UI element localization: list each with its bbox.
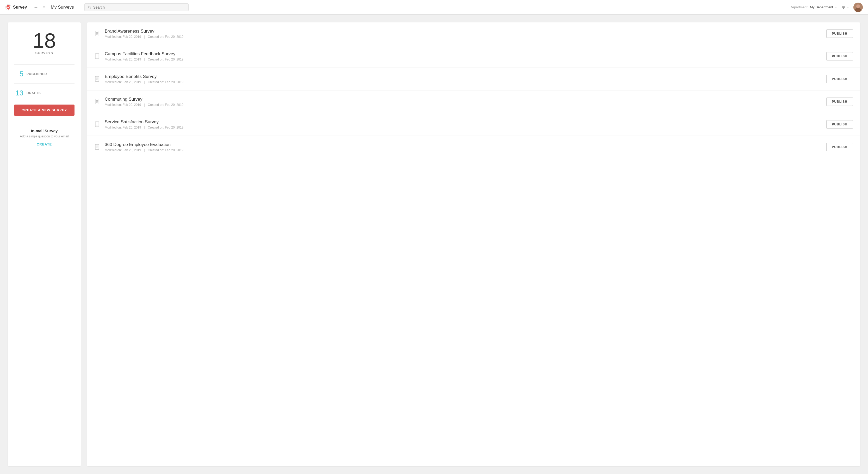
survey-name: Service Satisfaction Survey bbox=[105, 119, 822, 125]
survey-modified: Modified on: Feb 20, 2019 bbox=[105, 126, 141, 129]
department-value[interactable]: My Department bbox=[810, 5, 833, 9]
inmail-create-link[interactable]: CREATE bbox=[37, 142, 52, 146]
survey-doc-icon bbox=[94, 144, 100, 150]
logo-icon bbox=[5, 4, 11, 10]
survey-name: Brand Awareness Survey bbox=[105, 29, 822, 34]
top-navigation: Survey + ≡ My Surveys Department: My Dep… bbox=[0, 0, 868, 14]
sidebar: 18 SURVEYS 5 PUBLISHED 13 DRAFTS CREATE … bbox=[8, 23, 81, 466]
survey-item: Campus Facilities Feedback Survey Modifi… bbox=[87, 45, 860, 68]
app-logo: Survey bbox=[5, 4, 27, 10]
main-content: 18 SURVEYS 5 PUBLISHED 13 DRAFTS CREATE … bbox=[0, 14, 868, 474]
survey-modified: Modified on: Feb 20, 2019 bbox=[105, 58, 141, 61]
total-surveys-label: SURVEYS bbox=[35, 51, 53, 55]
survey-doc-icon bbox=[94, 76, 100, 82]
create-survey-button[interactable]: CREATE A NEW SURVEY bbox=[14, 105, 74, 116]
department-label: Department: bbox=[790, 5, 809, 9]
publish-button[interactable]: PUBLISH bbox=[826, 29, 853, 38]
survey-created: Created on: Feb 20, 2019 bbox=[148, 80, 183, 84]
survey-created: Created on: Feb 20, 2019 bbox=[148, 35, 183, 38]
survey-item: Employee Benefits Survey Modified on: Fe… bbox=[87, 68, 860, 90]
meta-separator: | bbox=[144, 103, 145, 107]
survey-name: 360 Degree Employee Evaluation bbox=[105, 142, 822, 147]
divider-2 bbox=[14, 83, 74, 84]
survey-created: Created on: Feb 20, 2019 bbox=[148, 58, 183, 61]
survey-doc-icon bbox=[94, 54, 100, 59]
page-title: My Surveys bbox=[51, 5, 74, 10]
survey-item: Commuting Survey Modified on: Feb 20, 20… bbox=[87, 90, 860, 113]
search-icon bbox=[88, 5, 91, 9]
survey-info: Campus Facilities Feedback Survey Modifi… bbox=[105, 51, 822, 61]
publish-button[interactable]: PUBLISH bbox=[826, 97, 853, 106]
meta-separator: | bbox=[144, 35, 145, 38]
publish-button[interactable]: PUBLISH bbox=[826, 75, 853, 83]
user-avatar[interactable] bbox=[854, 3, 863, 12]
meta-separator: | bbox=[144, 126, 145, 129]
published-stat: 5 PUBLISHED bbox=[14, 68, 74, 80]
survey-item: Brand Awareness Survey Modified on: Feb … bbox=[87, 23, 860, 45]
survey-created: Created on: Feb 20, 2019 bbox=[148, 148, 183, 152]
drafts-label: DRAFTS bbox=[27, 91, 41, 95]
survey-modified: Modified on: Feb 20, 2019 bbox=[105, 35, 141, 38]
survey-meta: Modified on: Feb 20, 2019 | Created on: … bbox=[105, 148, 822, 152]
publish-button[interactable]: PUBLISH bbox=[826, 120, 853, 128]
survey-info: Commuting Survey Modified on: Feb 20, 20… bbox=[105, 97, 822, 107]
inmail-title: In-mail Survey bbox=[14, 128, 74, 133]
inmail-description: Add a single question to your email bbox=[14, 135, 74, 138]
publish-button[interactable]: PUBLISH bbox=[826, 52, 853, 60]
survey-item: Service Satisfaction Survey Modified on:… bbox=[87, 113, 860, 136]
svg-line-2 bbox=[90, 8, 91, 8]
survey-doc-icon bbox=[94, 99, 100, 105]
survey-meta: Modified on: Feb 20, 2019 | Created on: … bbox=[105, 58, 822, 61]
divider-1 bbox=[14, 64, 74, 65]
department-selector: Department: My Department bbox=[790, 5, 837, 9]
survey-name: Campus Facilities Feedback Survey bbox=[105, 51, 822, 57]
list-view-button[interactable]: ≡ bbox=[41, 3, 48, 11]
survey-info: Brand Awareness Survey Modified on: Feb … bbox=[105, 29, 822, 38]
chevron-down-icon bbox=[835, 6, 837, 9]
survey-list: Brand Awareness Survey Modified on: Feb … bbox=[87, 23, 860, 466]
divider-3 bbox=[14, 121, 74, 121]
meta-separator: | bbox=[144, 80, 145, 84]
survey-name: Employee Benefits Survey bbox=[105, 74, 822, 79]
survey-name: Commuting Survey bbox=[105, 97, 822, 102]
inmail-section: In-mail Survey Add a single question to … bbox=[14, 125, 74, 147]
survey-info: Service Satisfaction Survey Modified on:… bbox=[105, 119, 822, 129]
survey-item: 360 Degree Employee Evaluation Modified … bbox=[87, 136, 860, 158]
svg-point-7 bbox=[856, 4, 860, 8]
app-name: Survey bbox=[13, 5, 27, 10]
drafts-stat: 13 DRAFTS bbox=[14, 87, 74, 99]
filter-button[interactable] bbox=[841, 5, 849, 9]
search-input[interactable] bbox=[93, 5, 185, 9]
total-surveys-count: 18 bbox=[33, 30, 56, 51]
survey-created: Created on: Feb 20, 2019 bbox=[148, 103, 183, 107]
survey-meta: Modified on: Feb 20, 2019 | Created on: … bbox=[105, 103, 822, 107]
survey-modified: Modified on: Feb 20, 2019 bbox=[105, 80, 141, 84]
survey-meta: Modified on: Feb 20, 2019 | Created on: … bbox=[105, 126, 822, 129]
survey-modified: Modified on: Feb 20, 2019 bbox=[105, 103, 141, 107]
survey-created: Created on: Feb 20, 2019 bbox=[148, 126, 183, 129]
publish-button[interactable]: PUBLISH bbox=[826, 143, 853, 151]
drafts-count: 13 bbox=[14, 89, 24, 97]
meta-separator: | bbox=[144, 148, 145, 152]
filter-icon bbox=[841, 5, 846, 9]
meta-separator: | bbox=[144, 58, 145, 61]
avatar-image bbox=[854, 3, 863, 12]
search-bar bbox=[84, 3, 189, 11]
survey-doc-icon bbox=[94, 121, 100, 127]
published-label: PUBLISHED bbox=[27, 72, 47, 76]
survey-info: 360 Degree Employee Evaluation Modified … bbox=[105, 142, 822, 152]
published-count: 5 bbox=[14, 70, 24, 78]
survey-doc-icon bbox=[94, 31, 100, 36]
survey-modified: Modified on: Feb 20, 2019 bbox=[105, 148, 141, 152]
survey-meta: Modified on: Feb 20, 2019 | Created on: … bbox=[105, 35, 822, 38]
nav-right-section: Department: My Department bbox=[790, 3, 863, 12]
add-button[interactable]: + bbox=[32, 3, 40, 12]
survey-info: Employee Benefits Survey Modified on: Fe… bbox=[105, 74, 822, 84]
chevron-down-small-icon bbox=[847, 6, 849, 9]
survey-meta: Modified on: Feb 20, 2019 | Created on: … bbox=[105, 80, 822, 84]
